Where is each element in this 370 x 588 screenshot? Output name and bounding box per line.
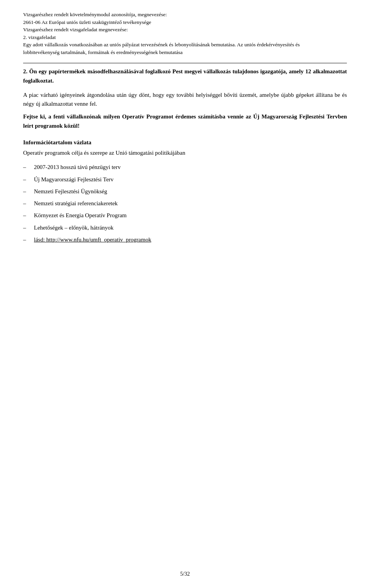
page-number: 5/32 — [180, 571, 190, 577]
info-title: Információtartalom vázlata — [23, 138, 347, 147]
header-line-2: 2661-06 Az Európai uniós üzleti szakügyi… — [23, 19, 347, 26]
divider — [23, 63, 347, 63]
list-item-text-3: Nemzeti Fejlesztési Ügynökség — [34, 187, 107, 196]
paragraph-1: A piac várható igényeinek átgondolása ut… — [23, 91, 347, 109]
list-dash-1: – — [23, 163, 32, 172]
question-number: 2. — [23, 68, 27, 74]
info-subtitle: Operatív programok célja és szerepe az U… — [23, 149, 347, 157]
header-line-6: lobbitevékenység tartalmának, formáinak … — [23, 49, 347, 56]
header-line-3: Vizsgarészhez rendelt vizsgafeladat megn… — [23, 26, 347, 34]
header-block: Vizsgarészhez rendelt követelménymodul a… — [23, 11, 347, 56]
list-dash-5: – — [23, 211, 32, 220]
list-item: – lásd: http://www.nfu.hu/umft_operativ_… — [23, 235, 347, 244]
paragraph-2: Fejtse ki, a fenti vállalkozónak milyen … — [23, 112, 347, 130]
list-dash-2: – — [23, 175, 32, 184]
list-dash-3: – — [23, 187, 32, 196]
list-item-link-7: lásd: http://www.nfu.hu/umft_operativ_pr… — [34, 235, 151, 244]
list-item: – Lehetőségek – előnyök, hátrányok — [23, 223, 347, 232]
list-item: – Nemzeti stratégiai referenciakeretek — [23, 199, 347, 208]
list-item: – 2007-2013 hosszú távú pénzügyi terv — [23, 163, 347, 172]
header-line-4: 2. vizsgafeladat — [23, 34, 347, 41]
list-item-text-1: 2007-2013 hosszú távú pénzügyi terv — [34, 163, 121, 172]
question-text: Ön egy papírtermékek másodfelhasználásáv… — [23, 68, 347, 83]
page-container: Vizsgarészhez rendelt követelménymodul a… — [0, 0, 370, 588]
list-item: – Nemzeti Fejlesztési Ügynökség — [23, 187, 347, 196]
list-item: – Új Magyarországi Fejlesztési Terv — [23, 175, 347, 184]
list-item-text-2: Új Magyarországi Fejlesztési Terv — [34, 175, 114, 184]
list-item-text-4: Nemzeti stratégiai referenciakeretek — [34, 199, 118, 208]
header-line-1: Vizsgarészhez rendelt követelménymodul a… — [23, 11, 347, 19]
list-dash-6: – — [23, 223, 32, 232]
header-line-5: Egy adott vállalkozás vonatkozásában az … — [23, 41, 347, 49]
question-block: 2. Ön egy papírtermékek másodfelhasználá… — [23, 67, 347, 85]
list-dash-4: – — [23, 199, 32, 208]
list-item-text-6: Lehetőségek – előnyök, hátrányok — [34, 223, 114, 232]
list-dash-7: – — [23, 235, 32, 244]
list-item-text-5: Környezet és Energia Operatív Program — [34, 211, 126, 220]
list-section: – 2007-2013 hosszú távú pénzügyi terv – … — [23, 163, 347, 244]
list-item: – Környezet és Energia Operatív Program — [23, 211, 347, 220]
